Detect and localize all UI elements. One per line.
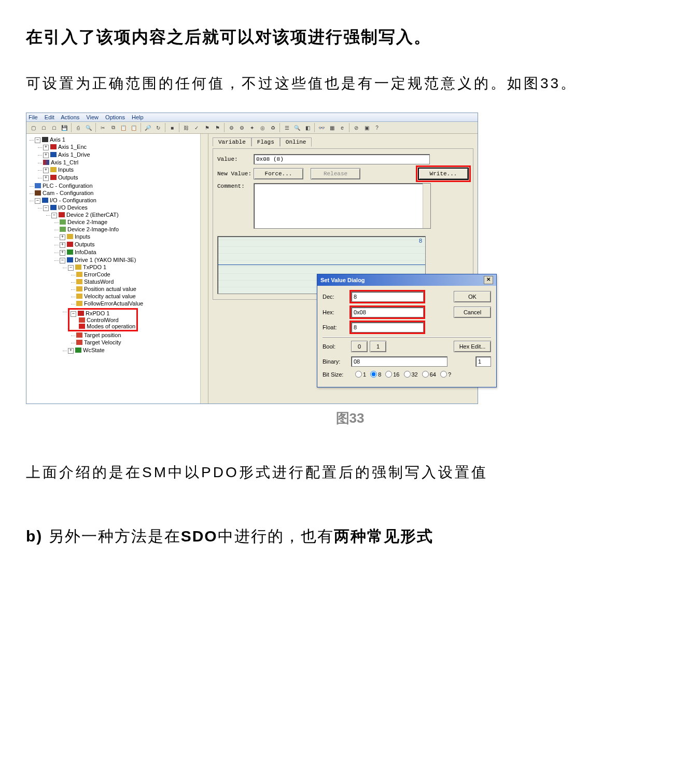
- tree-axis1[interactable]: −Axis 1 +Axis 1_Enc +Axis 1_Drive Axis 1…: [35, 136, 208, 182]
- collapse-icon[interactable]: −: [35, 198, 40, 204]
- tree-pane[interactable]: −Axis 1 +Axis 1_Enc +Axis 1_Drive Axis 1…: [26, 134, 208, 404]
- tree-targetpos[interactable]: Target position: [76, 331, 208, 339]
- close-icon[interactable]: ✕: [484, 276, 493, 284]
- refresh-icon[interactable]: ↻: [153, 123, 163, 132]
- expand-icon[interactable]: +: [43, 152, 49, 158]
- hex-input[interactable]: [351, 307, 424, 317]
- force-button[interactable]: Force...: [254, 168, 303, 179]
- paste-icon[interactable]: 📋: [119, 123, 128, 132]
- expand-icon[interactable]: +: [43, 175, 49, 181]
- tree-inputs2[interactable]: +Inputs: [60, 233, 208, 241]
- new-icon[interactable]: ▢: [29, 123, 38, 132]
- tree-errorcode[interactable]: ErrorCode: [76, 271, 208, 278]
- float-input[interactable]: [351, 322, 424, 332]
- write-button[interactable]: Write...: [418, 168, 469, 180]
- expand-icon[interactable]: +: [43, 145, 49, 150]
- bitsize-64[interactable]: [422, 371, 429, 378]
- comment-field[interactable]: [254, 183, 431, 229]
- paste2-icon[interactable]: 📋: [129, 123, 138, 132]
- tree-statusword[interactable]: StatusWord: [76, 278, 208, 285]
- expand-icon[interactable]: +: [68, 348, 74, 354]
- open-icon[interactable]: ☖: [39, 123, 48, 132]
- ok-button[interactable]: OK: [454, 291, 491, 302]
- flag1-icon[interactable]: ⚑: [202, 123, 212, 132]
- dec-input[interactable]: [351, 291, 424, 302]
- tree-inputs[interactable]: +Inputs: [43, 166, 208, 174]
- exp-icon[interactable]: e: [338, 123, 347, 132]
- copy-icon[interactable]: ⧉: [108, 123, 118, 132]
- expand-icon[interactable]: +: [60, 234, 65, 240]
- tree-followerr[interactable]: FollowErrorActualValue: [76, 300, 208, 307]
- find-icon[interactable]: 🔎: [143, 123, 152, 132]
- tree-infodata[interactable]: +InfoData: [60, 248, 208, 256]
- gear1-icon[interactable]: ⚙: [227, 123, 236, 132]
- menu-edit[interactable]: Edit: [45, 114, 54, 120]
- collapse-icon[interactable]: −: [51, 213, 57, 218]
- save-icon[interactable]: 💾: [60, 123, 69, 132]
- box-icon[interactable]: ▣: [362, 123, 371, 132]
- tree-dev2[interactable]: −Device 2 (EtherCAT) Device 2-Image Devi…: [51, 211, 208, 355]
- scrollbar[interactable]: [423, 184, 430, 228]
- scroll-thumb-up[interactable]: [200, 134, 207, 143]
- expand-icon[interactable]: +: [43, 168, 49, 173]
- tree-wcstate[interactable]: +WcState: [68, 346, 208, 354]
- tree-dev2img[interactable]: Device 2-Image: [60, 218, 208, 226]
- reload-icon[interactable]: ♻: [268, 123, 277, 132]
- menu-options[interactable]: Options: [105, 114, 125, 120]
- tree-targetvel[interactable]: Target Velocity: [76, 339, 208, 346]
- collapse-icon[interactable]: −: [71, 311, 76, 317]
- tab-flags[interactable]: Flags: [251, 137, 280, 146]
- collapse-icon[interactable]: −: [68, 265, 74, 271]
- tab-variable[interactable]: Variable: [213, 137, 251, 146]
- menu-help[interactable]: Help: [132, 114, 144, 120]
- wand-icon[interactable]: ✦: [247, 123, 257, 132]
- zoom-icon[interactable]: 🔍: [292, 123, 302, 132]
- check-icon[interactable]: ✓: [192, 123, 201, 132]
- tree-outputs2[interactable]: +Outputs: [60, 241, 208, 248]
- tree-txpdo1[interactable]: −TxPDO 1 ErrorCode StatusWord Position a…: [68, 263, 208, 308]
- glasses-icon[interactable]: 👓: [317, 123, 326, 132]
- tree-axis1-enc[interactable]: +Axis 1_Enc: [43, 143, 208, 151]
- tree-axis1-drive[interactable]: +Axis 1_Drive: [43, 151, 208, 159]
- binary-input[interactable]: [351, 356, 447, 367]
- cancel-button[interactable]: Cancel: [454, 307, 491, 318]
- tab-online[interactable]: Online: [280, 137, 312, 147]
- hexedit-button[interactable]: Hex Edit...: [454, 341, 491, 352]
- tree-cam[interactable]: Cam - Configuration: [35, 189, 208, 197]
- tree-iodev[interactable]: −I/O Devices −Device 2 (EtherCAT) Device…: [43, 204, 208, 356]
- tree-velactual[interactable]: Velocity actual value: [76, 293, 208, 300]
- menu-file[interactable]: File: [29, 114, 38, 120]
- tree-axis1-ctrl[interactable]: Axis 1_Ctrl: [43, 159, 208, 166]
- expand-icon[interactable]: +: [60, 242, 65, 248]
- expand-icon[interactable]: +: [60, 250, 65, 256]
- collapse-icon[interactable]: −: [43, 205, 49, 211]
- binary-width-input[interactable]: [475, 356, 491, 367]
- help-icon[interactable]: ?: [372, 123, 382, 132]
- tree-rxpdo1[interactable]: −RxPDO 1 ControlWord Modes of operation: [68, 308, 208, 346]
- tree-ioconf[interactable]: −I/O - Configuration −I/O Devices −Devic…: [35, 197, 208, 356]
- print-icon[interactable]: ⎙: [74, 123, 83, 132]
- preview-icon[interactable]: 🔍: [84, 123, 93, 132]
- device-icon[interactable]: ■: [167, 123, 177, 132]
- cut-icon[interactable]: ✂: [98, 123, 107, 132]
- tree-posactual[interactable]: Position actual value: [76, 285, 208, 293]
- bitsize-16[interactable]: [385, 371, 392, 378]
- link-icon[interactable]: ⛓: [181, 123, 191, 132]
- bitsize-8[interactable]: [370, 371, 377, 378]
- menu-actions[interactable]: Actions: [61, 114, 79, 120]
- target-icon[interactable]: ◎: [258, 123, 267, 132]
- tree-plc[interactable]: PLC - Configuration: [35, 182, 208, 189]
- bool-1-button[interactable]: 1: [370, 341, 386, 352]
- collapse-icon[interactable]: −: [35, 137, 40, 143]
- bitsize-q[interactable]: [440, 371, 447, 378]
- bitsize-1[interactable]: [355, 371, 362, 378]
- menu-view[interactable]: View: [86, 114, 99, 120]
- gear2-icon[interactable]: ⚙: [237, 123, 246, 132]
- tree-dev2imginfo[interactable]: Device 2-Image-Info: [60, 226, 208, 233]
- no-icon[interactable]: ⊘: [352, 123, 361, 132]
- collapse-icon[interactable]: −: [60, 258, 65, 263]
- tree-drive1[interactable]: −Drive 1 (YAKO MINI-3E) −TxPDO 1 ErrorCo…: [60, 256, 208, 355]
- bitsize-32[interactable]: [404, 371, 411, 378]
- tree-outputs[interactable]: +Outputs: [43, 174, 208, 182]
- list-icon[interactable]: ☰: [282, 123, 291, 132]
